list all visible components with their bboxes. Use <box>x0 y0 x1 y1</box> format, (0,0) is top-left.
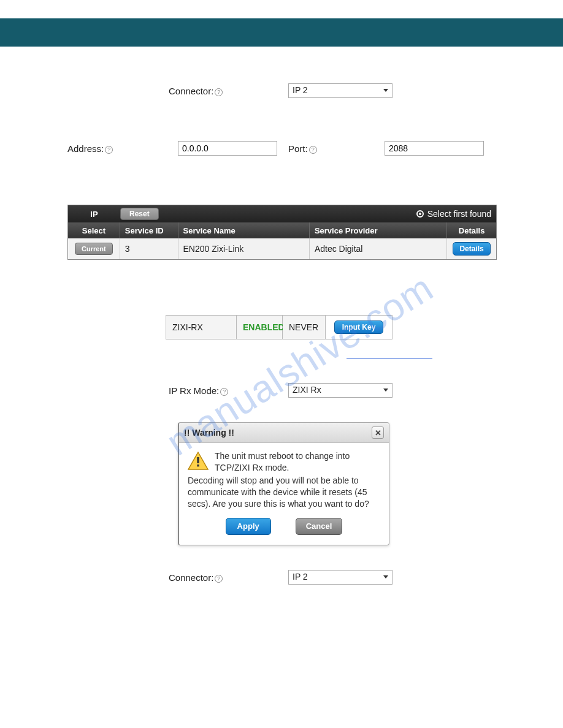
help-icon[interactable]: ? <box>309 146 317 154</box>
input-key-button[interactable]: Input Key <box>334 320 384 334</box>
select-first-found-label: Select first found <box>427 209 491 219</box>
help-icon[interactable]: ? <box>215 88 223 96</box>
service-table-header: Select Service ID Service Name Service P… <box>68 222 496 238</box>
details-button[interactable]: Details <box>453 242 490 256</box>
iprx-select-value: ZIXI Rx <box>293 385 321 395</box>
zixi-status-row: ZIXI-RX ENABLED NEVER Input Key <box>166 315 393 339</box>
chevron-down-icon <box>383 389 388 392</box>
help-icon[interactable]: ? <box>105 146 113 154</box>
chevron-down-icon <box>383 89 388 92</box>
connector-select-value: IP 2 <box>293 85 308 95</box>
table-row: Current 3 EN200 Zixi-Link Adtec Digital … <box>68 238 496 259</box>
help-icon[interactable]: ? <box>220 388 228 396</box>
cell-service-provider: Adtec Digital <box>310 238 447 259</box>
port-label: Port:? <box>277 143 385 154</box>
port-input[interactable] <box>385 141 484 156</box>
col-service-name: Service Name <box>178 222 310 238</box>
iprx-label: IP Rx Mode:? <box>169 385 288 396</box>
select-first-found[interactable]: Select first found <box>416 209 496 219</box>
warning-icon <box>188 452 209 470</box>
radio-icon <box>416 210 424 218</box>
cancel-button[interactable]: Cancel <box>296 518 343 535</box>
dialog-title: !! Warning !! <box>184 428 234 438</box>
col-select: Select <box>68 222 120 238</box>
address-input[interactable] <box>178 141 277 156</box>
iprx-select[interactable]: ZIXI Rx <box>288 383 393 398</box>
zixi-expires: NEVER <box>283 316 326 339</box>
warning-dialog: !! Warning !! ✕ The unit must reboot to … <box>178 422 389 545</box>
col-details: Details <box>447 222 496 238</box>
header-bar <box>0 18 563 47</box>
zixi-status: ENABLED <box>237 316 283 339</box>
svg-rect-2 <box>197 464 199 466</box>
chevron-down-icon <box>383 575 388 578</box>
dialog-body-text: Decoding will stop and you will not be a… <box>188 475 380 510</box>
reset-button[interactable]: Reset <box>120 208 159 220</box>
current-button[interactable]: Current <box>75 243 113 255</box>
close-icon[interactable]: ✕ <box>372 427 384 439</box>
connector-select[interactable]: IP 2 <box>288 83 393 98</box>
address-label: Address:? <box>67 143 178 154</box>
ip-header: IP <box>68 210 120 219</box>
apply-button[interactable]: Apply <box>226 518 271 535</box>
col-service-provider: Service Provider <box>310 222 447 238</box>
connector2-select-value: IP 2 <box>293 572 308 582</box>
connector-label: Connector:? <box>169 86 288 96</box>
cell-service-id: 3 <box>120 238 178 259</box>
zixi-name: ZIXI-RX <box>166 316 237 339</box>
help-icon[interactable]: ? <box>215 575 223 583</box>
service-table: IP Reset Select first found Select Servi… <box>67 205 497 260</box>
cell-service-name: EN200 Zixi-Link <box>178 238 310 259</box>
service-table-topbar: IP Reset Select first found <box>68 205 496 222</box>
connector2-select[interactable]: IP 2 <box>288 570 393 585</box>
divider <box>347 358 432 358</box>
svg-rect-1 <box>197 457 199 463</box>
connector2-label: Connector:? <box>169 572 288 583</box>
dialog-line1: The unit must reboot to change into TCP/… <box>215 450 380 474</box>
col-service-id: Service ID <box>120 222 178 238</box>
